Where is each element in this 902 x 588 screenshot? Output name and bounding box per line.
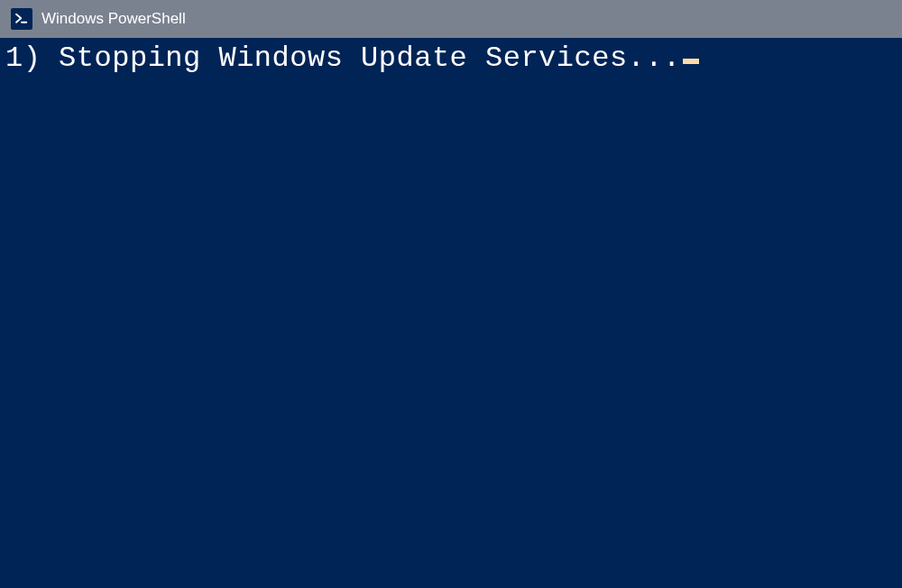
terminal-line: 1) Stopping Windows Update Services...	[5, 41, 681, 75]
terminal-output[interactable]: 1) Stopping Windows Update Services...	[0, 38, 902, 588]
cursor	[683, 59, 699, 64]
window-title: Windows PowerShell	[41, 10, 186, 28]
titlebar[interactable]: Windows PowerShell	[0, 0, 902, 38]
powershell-icon	[11, 8, 32, 30]
